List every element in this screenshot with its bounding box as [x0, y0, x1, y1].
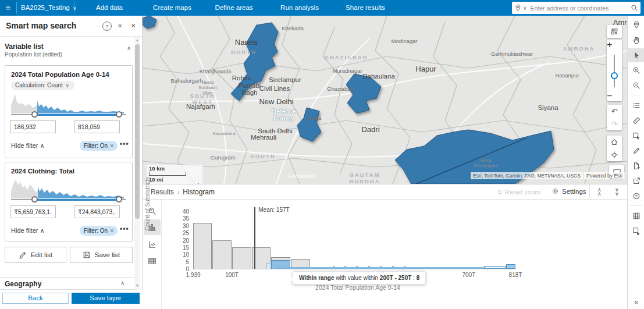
map-tools-toolbar: « — [627, 16, 644, 309]
menu-add-data[interactable]: Add data — [96, 0, 123, 16]
hide-filter-toggle[interactable]: Hide filter ∧ — [11, 227, 45, 235]
min-value-input[interactable] — [10, 205, 56, 218]
cancel-circle-icon[interactable] — [628, 189, 644, 203]
remove-filter-icon[interactable]: × — [110, 228, 113, 234]
save-list-button[interactable]: Save list — [70, 247, 133, 263]
filter-on-chip[interactable]: Filter: On× — [80, 226, 118, 236]
chart-tooltip: Within range with value within 200T - 25… — [293, 271, 426, 285]
map-pointer-icon[interactable] — [628, 129, 644, 143]
chevron-down-icon: ∨ — [65, 83, 71, 88]
breadcrumb-results[interactable]: Results — [151, 188, 174, 196]
distribution-sparkline — [10, 93, 129, 113]
chevron-up-icon[interactable]: ∧ — [120, 280, 124, 286]
back-button[interactable]: Back — [2, 293, 69, 304]
menu-create-maps[interactable]: Create maps — [153, 0, 191, 16]
scale-mi: 10 mi — [149, 176, 200, 183]
table-view-icon[interactable] — [144, 253, 161, 269]
range-slider-fill — [34, 114, 119, 116]
x-axis-label: 2024 Total Population Age 0-14 — [291, 284, 425, 291]
add-page-icon[interactable] — [628, 159, 644, 173]
range-handle-max[interactable] — [116, 111, 122, 118]
collapse-panel-icon[interactable]: « — [115, 22, 124, 31]
save-icon — [83, 251, 91, 259]
more-options-icon[interactable]: ••• — [120, 140, 129, 148]
undo-redo-control: ↶ ↷ — [607, 105, 622, 130]
undo-icon[interactable]: ↶ — [607, 105, 622, 118]
zoom-in-icon[interactable] — [628, 63, 644, 77]
zoom-out-icon[interactable] — [628, 79, 644, 93]
min-value-input[interactable] — [10, 120, 56, 133]
variable-list-title: Variable list — [5, 42, 44, 51]
range-handle-max[interactable] — [116, 196, 122, 203]
panel-footer: Back Save layer — [0, 290, 143, 309]
select-features-icon[interactable] — [628, 224, 644, 238]
settings-button[interactable]: Settings — [552, 187, 586, 195]
remove-filter-icon[interactable]: × — [110, 143, 113, 149]
address-search-box[interactable]: ∨ — [512, 2, 641, 14]
variable-list-subtitle: Population list (edited) — [5, 51, 62, 58]
chevron-down-icon: ∨ — [72, 5, 78, 11]
grid-table-icon[interactable] — [628, 209, 644, 223]
hide-filter-toggle[interactable]: Hide filter ∧ — [11, 142, 45, 150]
export-share-icon[interactable] — [628, 174, 644, 188]
zoom-track[interactable] — [614, 55, 615, 87]
range-handle-min[interactable] — [31, 196, 38, 203]
save-layer-button[interactable]: Save layer — [72, 293, 140, 304]
project-dropdown[interactable]: BA2025_Testing ∨ — [21, 0, 78, 16]
filter-on-chip[interactable]: Filter: On× — [80, 141, 118, 151]
menu-run-analysis[interactable]: Run analysis — [280, 0, 319, 16]
scroll-up-icon[interactable]: ▲ — [135, 38, 140, 42]
max-value-input[interactable] — [74, 205, 120, 218]
scrollbar-thumb[interactable] — [135, 44, 140, 219]
scroll-down-icon[interactable]: ▼ — [135, 284, 140, 287]
zoom-out-button[interactable]: − — [607, 91, 612, 101]
zoom-knob[interactable] — [611, 72, 618, 79]
search-input[interactable] — [528, 5, 631, 12]
location-pin-icon — [514, 4, 522, 12]
expand-panel-icon[interactable]: ∧∧ — [597, 188, 601, 196]
menu-share-results[interactable]: Share results — [346, 0, 385, 16]
panel-title: Smart map search — [6, 21, 76, 30]
pencil-icon — [19, 251, 27, 259]
close-icon[interactable]: × — [129, 22, 138, 31]
chevron-up-icon[interactable]: ∧ — [127, 45, 131, 51]
collapse-panel-icon[interactable]: ∨∨ — [615, 188, 618, 196]
chevron-right-icon: › — [174, 189, 183, 196]
menu-define-areas[interactable]: Define areas — [215, 0, 252, 16]
geography-title: Geography — [5, 280, 41, 288]
zoom-slider[interactable]: + − — [607, 40, 622, 101]
range-handle-min[interactable] — [31, 111, 38, 118]
chevron-down-icon[interactable]: ∨ — [522, 5, 528, 11]
panel-header: Smart map search ? « × — [0, 16, 143, 37]
scale-km: 10 km — [149, 165, 200, 172]
panel-scrollbar[interactable]: ▲ ▼ — [134, 37, 140, 290]
measure-icon[interactable] — [628, 113, 644, 127]
reset-zoom-button[interactable]: ↻ Reset zoom — [497, 188, 540, 196]
home-icon[interactable] — [607, 136, 622, 148]
basemap-graphics — [143, 16, 627, 184]
max-value-input[interactable] — [74, 120, 120, 133]
scatter-plot-icon[interactable] — [144, 237, 161, 253]
search-icon[interactable] — [631, 4, 638, 12]
select-cursor-icon[interactable] — [628, 48, 644, 62]
edit-pencil-icon[interactable] — [628, 144, 644, 158]
edit-list-button[interactable]: Edit list — [5, 247, 66, 263]
map-canvas[interactable]: KhekadaModinagarNarelaNORTHGHAZIABADMura… — [143, 16, 627, 184]
breadcrumb-histogram: Histogram — [183, 188, 215, 196]
redo-icon[interactable]: ↷ — [607, 118, 622, 130]
locate-icon[interactable] — [607, 148, 622, 161]
help-icon[interactable]: ? — [102, 22, 112, 31]
collapse-toolbar-icon[interactable]: « — [628, 295, 644, 309]
hamburger-menu-icon[interactable]: ≡ — [0, 0, 16, 16]
overview-map-button[interactable] — [607, 25, 622, 38]
attribution-powered: Powered by Esri — [584, 172, 625, 179]
pin-tool-icon[interactable] — [628, 18, 644, 32]
legend-list-icon[interactable] — [628, 98, 644, 112]
selected-polygon-narela — [231, 23, 278, 101]
calculation-dropdown[interactable]: Calculation: Count ∨ — [11, 81, 74, 90]
zoom-in-button[interactable]: + — [607, 40, 612, 50]
chevron-up-icon: ∧ — [40, 142, 45, 149]
geography-section[interactable]: Geography ∧ — [0, 277, 138, 290]
pan-hand-icon[interactable] — [628, 33, 644, 47]
more-options-icon[interactable]: ••• — [120, 225, 129, 233]
